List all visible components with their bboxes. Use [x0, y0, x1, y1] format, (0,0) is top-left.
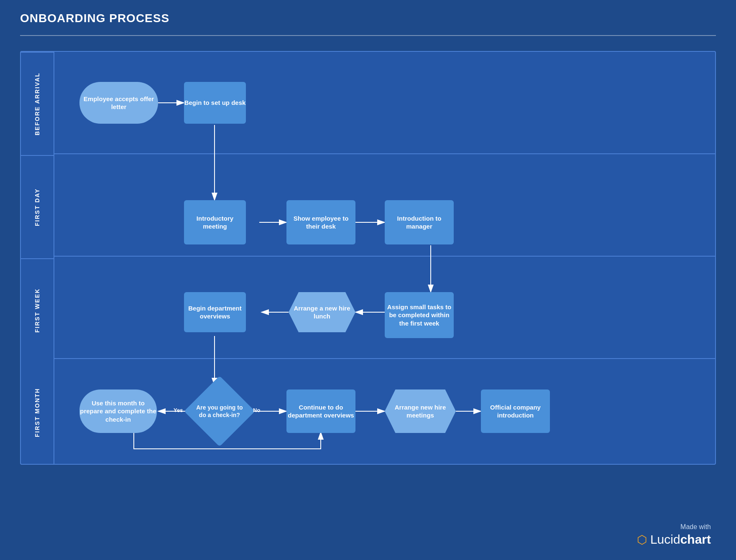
header: ONBOARDING PROCESS — [0, 0, 736, 32]
lane-label-before-arrival: BEFORE ARRIVAL — [21, 52, 54, 155]
label-yes: Yes — [174, 407, 183, 413]
lucidchart-icon: ⬡ — [637, 533, 647, 547]
header-divider — [20, 35, 716, 36]
node-official-intro: Official company introduction — [481, 389, 550, 433]
node-checkin-diamond: Are you going to do a check-in? — [184, 376, 255, 447]
diagram-area: BEFORE ARRIVAL FIRST DAY FIRST WEEK FIRS… — [20, 51, 716, 465]
node-begin-dept: Begin department overviews — [184, 292, 246, 332]
node-diamond-container: Are you going to do a check-in? — [194, 386, 245, 436]
node-show-employee: Show employee to their desk — [286, 200, 355, 244]
node-introductory-meeting: Introductory meeting — [184, 200, 246, 244]
footer-logo: ⬡ Lucidchart — [637, 532, 711, 547]
node-arrange-lunch: Arrange a new hire lunch — [289, 292, 355, 332]
lane-label-first-month: FIRST MONTH — [21, 361, 54, 464]
node-continue-dept: Continue to do department overviews — [286, 389, 355, 433]
node-intro-manager: Introduction to manager — [385, 200, 454, 244]
node-employee-accepts: Employee accepts offer letter — [79, 82, 158, 124]
swimlane-labels: BEFORE ARRIVAL FIRST DAY FIRST WEEK FIRS… — [21, 52, 54, 464]
diagram-content: Employee accepts offer letter Begin to s… — [54, 52, 715, 464]
lane-label-first-week: FIRST WEEK — [21, 258, 54, 361]
label-no: No — [253, 407, 260, 413]
footer-logo-text: Lucidchart — [650, 532, 711, 547]
footer-made-with: Made with — [680, 523, 711, 531]
node-use-month: Use this month to prepare and complete t… — [79, 389, 157, 433]
node-arrange-meetings: Arrange new hire meetings — [385, 389, 456, 433]
footer: Made with ⬡ Lucidchart — [637, 523, 711, 547]
page-title: ONBOARDING PROCESS — [20, 12, 716, 25]
lane-label-first-day: FIRST DAY — [21, 155, 54, 258]
node-begin-setup: Begin to set up desk — [184, 82, 246, 124]
page: ONBOARDING PROCESS BEFORE ARRIVAL FIRST … — [0, 0, 736, 560]
node-assign-tasks: Assign small tasks to be completed withi… — [385, 292, 454, 338]
